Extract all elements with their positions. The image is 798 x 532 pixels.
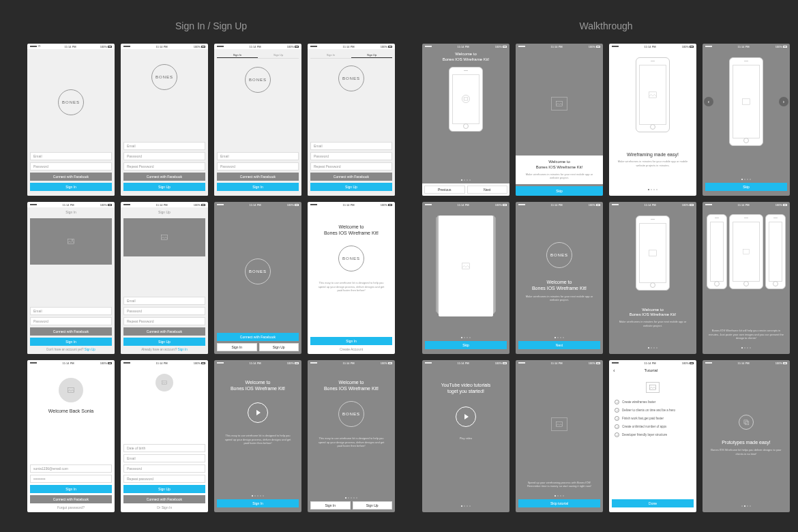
screen-walk-wireframing: 11:14 PM100% Wireframing made easy! Make… xyxy=(609,44,696,196)
sign-in-button[interactable]: Sign In xyxy=(310,337,392,345)
sign-up-button[interactable]: Sign Up xyxy=(310,183,392,191)
screen-signup-1: 11:14 PM100% BONES Email Password Repeat… xyxy=(121,44,208,196)
repeat-password-field[interactable]: Repeat Password xyxy=(310,162,392,171)
signup-link[interactable]: Don't have an account yet? Sign Up xyxy=(30,348,112,351)
description: Speed up your wireframing process with B… xyxy=(518,481,600,488)
create-account-link[interactable]: Create Account xyxy=(310,347,392,351)
forgot-password-link[interactable]: Forgot password? xyxy=(30,505,112,509)
password-field[interactable]: Password xyxy=(30,162,112,171)
play-button[interactable] xyxy=(456,407,476,427)
signin-link[interactable]: Already have an account? Sign In xyxy=(123,348,205,351)
connect-facebook-button[interactable]: Connect with Facebook xyxy=(217,173,299,181)
screen-walk-prototypes: 11:14 PM100% Prototypes made easy! Bones… xyxy=(703,360,790,512)
tab-signin[interactable]: Sign In xyxy=(310,52,351,58)
welcome-title: Welcome to Bones IOS Wireframe Kit! xyxy=(518,160,600,171)
tab-signin[interactable]: Sign In xyxy=(217,52,258,58)
sign-in-button[interactable]: Sign In xyxy=(30,338,112,346)
check-item: Deliver to clients on time and be a hero xyxy=(612,408,694,413)
password-field[interactable]: Password xyxy=(123,464,205,473)
email-field[interactable]: Email xyxy=(123,454,205,462)
email-field[interactable]: Email xyxy=(217,152,299,160)
sign-up-button[interactable]: Sign Up xyxy=(353,501,393,509)
password-field[interactable]: Password xyxy=(30,317,112,325)
avatar[interactable] xyxy=(156,374,173,391)
prev-arrow[interactable]: ‹ xyxy=(704,97,713,106)
svg-rect-11 xyxy=(649,250,657,256)
sign-up-button[interactable]: Sign Up xyxy=(123,183,205,191)
phone-mockup xyxy=(449,67,483,132)
email-field[interactable]: Email xyxy=(30,152,112,160)
description: This easy to use wireframe kit is design… xyxy=(217,434,299,445)
description: Bones IOS Wireframe kit will help you cr… xyxy=(703,329,790,340)
connect-facebook-button[interactable]: Connect with Facebook xyxy=(123,327,205,336)
email-field[interactable]: Email xyxy=(123,142,205,150)
skip-tutorial-button[interactable]: Skip tutorial xyxy=(518,499,600,507)
connect-facebook-button[interactable]: Connect with Facebook xyxy=(123,173,205,181)
or-signin-link[interactable]: Or Sign In xyxy=(123,505,205,509)
svg-rect-12 xyxy=(743,250,750,254)
welcome-title: Welcome to Bones IOS Wireframe Kit! xyxy=(612,308,694,319)
svg-rect-15 xyxy=(744,420,748,424)
nav-title: Tutorial xyxy=(615,368,687,372)
hero-image xyxy=(123,218,205,256)
connect-facebook-button[interactable]: Connect with Facebook xyxy=(30,173,112,181)
walkthrough-section: Walkthrough 11:14 PM100% Welcome to Bone… xyxy=(422,20,790,512)
image-icon xyxy=(649,250,657,256)
description: Make wireframes in minutes for your next… xyxy=(518,295,600,302)
password-field[interactable]: •••••••••• xyxy=(30,475,112,483)
bones-logo: BONES xyxy=(338,65,364,91)
copy-icon xyxy=(739,415,754,430)
skip-button[interactable]: Skip xyxy=(516,186,603,196)
title: Prototypes made easy! xyxy=(705,439,787,445)
screen-signin-1: 11:14 PM100% BONES Email Password Connec… xyxy=(27,44,115,196)
next-button[interactable]: Next xyxy=(467,186,508,194)
sign-up-button[interactable]: Sign Up xyxy=(259,343,299,351)
sign-in-button[interactable]: Sign In xyxy=(217,499,299,507)
description: Make wireframes in minutes for your next… xyxy=(612,320,694,327)
email-field[interactable]: Email xyxy=(310,142,392,150)
sign-in-button[interactable]: Sign In xyxy=(30,485,112,493)
screen-signup-profile: 11:14 PM100% Date of birth Email Passwor… xyxy=(121,360,208,512)
sign-in-button[interactable]: Sign In xyxy=(310,501,351,509)
welcome-back-title: Welcome Back Sonia xyxy=(30,408,112,414)
sign-up-button[interactable]: Sign Up xyxy=(123,338,205,346)
next-arrow[interactable]: › xyxy=(779,97,788,106)
repeat-password-field[interactable]: Repeat Password xyxy=(123,162,205,171)
password-field[interactable]: Password xyxy=(217,162,299,171)
screen-walk-image-center: 11:14 PM100% Speed up your wireframing p… xyxy=(516,360,603,512)
email-field[interactable]: Email xyxy=(123,297,205,305)
phone-mockup xyxy=(729,57,763,146)
next-button[interactable]: Next xyxy=(518,341,600,349)
skip-button[interactable]: Skip xyxy=(705,183,787,191)
skip-button[interactable]: Skip xyxy=(425,341,507,349)
previous-button[interactable]: Previous xyxy=(424,186,465,194)
email-field[interactable]: sonia1236@email.com xyxy=(30,464,112,473)
connect-facebook-button[interactable]: Connect with Facebook xyxy=(217,333,299,341)
password-field[interactable]: Password xyxy=(310,152,392,160)
connect-facebook-button[interactable]: Connect with Facebook xyxy=(30,495,112,503)
tab-signup[interactable]: Sign Up xyxy=(258,52,299,58)
nav-header: ‹Tutorial xyxy=(609,366,696,375)
done-button[interactable]: Done xyxy=(612,499,694,507)
repeat-password-field[interactable]: Repeat Password xyxy=(123,317,205,325)
title: Wireframing made easy! xyxy=(612,151,694,158)
play-button[interactable] xyxy=(248,402,268,423)
sign-up-button[interactable]: Sign Up xyxy=(123,485,205,493)
repeat-password-field[interactable]: Repeat password xyxy=(123,475,205,483)
card[interactable] xyxy=(439,216,493,316)
connect-facebook-button[interactable]: Connect with Facebook xyxy=(310,173,392,181)
sign-in-button[interactable]: Sign In xyxy=(217,343,257,351)
check-item: Finish work fast,get paid faster xyxy=(612,416,694,421)
tab-signup[interactable]: Sign Up xyxy=(351,52,392,58)
dob-field[interactable]: Date of birth xyxy=(123,444,205,452)
connect-facebook-button[interactable]: Connect with Facebook xyxy=(30,327,112,336)
connect-facebook-button[interactable]: Connect with Facebook xyxy=(123,495,205,503)
screen-welcome-video: 11:14 PM100% Welcome to Bones IOS Wirefr… xyxy=(214,360,301,512)
svg-rect-16 xyxy=(745,422,749,425)
email-field[interactable]: Email xyxy=(30,307,112,315)
password-field[interactable]: Password xyxy=(123,152,205,160)
sign-in-button[interactable]: Sign In xyxy=(30,183,112,191)
sign-in-button[interactable]: Sign In xyxy=(217,183,299,191)
bones-logo: BONES xyxy=(245,67,271,93)
password-field[interactable]: Password xyxy=(123,307,205,315)
